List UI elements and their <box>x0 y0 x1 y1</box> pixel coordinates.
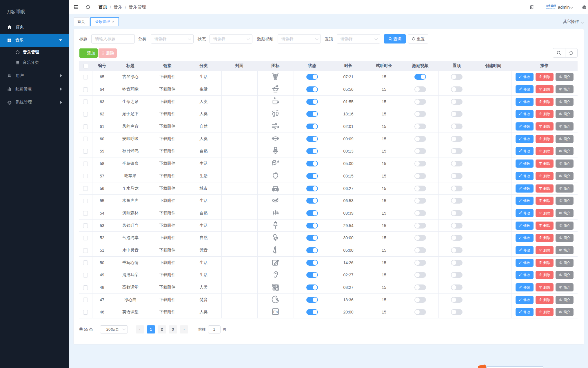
svg-text:En: En <box>273 310 278 314</box>
